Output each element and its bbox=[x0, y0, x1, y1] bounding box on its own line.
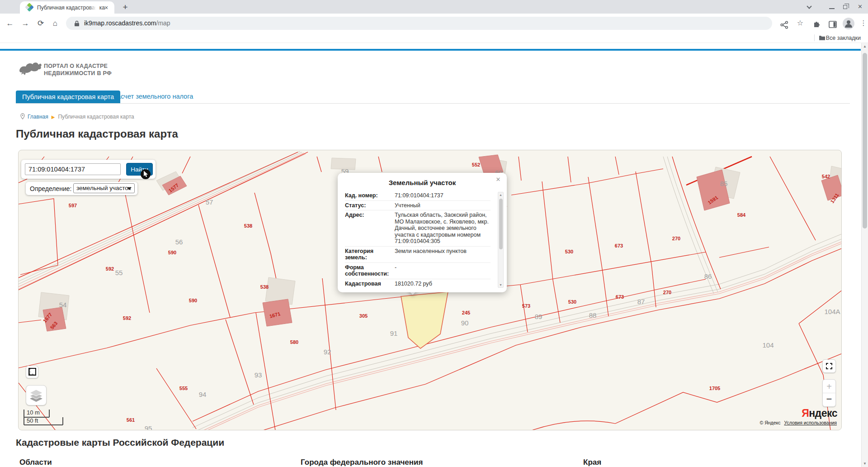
site-top-accent-bar bbox=[0, 49, 861, 51]
popup-close-icon[interactable]: ✕ bbox=[495, 176, 502, 183]
address-bar[interactable]: ik9map.roscadastres.com/map bbox=[66, 17, 772, 30]
new-tab-button[interactable]: + bbox=[120, 2, 131, 12]
back-button[interactable]: ← bbox=[4, 17, 16, 30]
house-number-label: 85 bbox=[720, 180, 728, 187]
popup-scroll-down-icon[interactable]: ▼ bbox=[498, 283, 503, 286]
home-button[interactable]: ⌂ bbox=[49, 17, 61, 30]
popup-row: Категория земель:Земли населенных пункто… bbox=[345, 247, 491, 263]
browser-tab[interactable]: Публичная кадастровая ка ✕ bbox=[20, 1, 114, 14]
browser-menu-kebab-icon[interactable]: ⋮ bbox=[857, 17, 868, 30]
popup-row: Кадастровая стоимость:181020.72 руб bbox=[345, 279, 491, 289]
scrollbar-down-icon[interactable]: ▼ bbox=[862, 460, 868, 467]
popup-scroll-up-icon[interactable]: ▲ bbox=[498, 193, 503, 196]
popup-scroll-thumb[interactable] bbox=[499, 199, 503, 249]
measure-ruler-button[interactable] bbox=[26, 366, 38, 378]
breadcrumb: Главная▶Публичная кадастровая карта bbox=[20, 113, 134, 120]
chevron-down-icon bbox=[127, 187, 132, 190]
map-viewport[interactable]: 5971577538590592538590592167158030555556… bbox=[18, 150, 842, 430]
parcel-number-label: 590 bbox=[189, 298, 197, 303]
parcel-number-label: 270 bbox=[672, 236, 680, 241]
forward-button[interactable]: → bbox=[19, 17, 32, 30]
scrollbar-thumb[interactable] bbox=[863, 53, 867, 229]
search-input[interactable] bbox=[25, 163, 121, 175]
map-attribution: © ЯндексУсловия использования bbox=[760, 420, 837, 425]
parcel-number-label: 673 bbox=[615, 243, 623, 248]
tab-public-cadastral-map[interactable]: Публичная кадастровая карта bbox=[16, 91, 120, 103]
parcel-number-label: 597 bbox=[69, 203, 77, 208]
terms-of-use-link[interactable]: Условия использования bbox=[784, 420, 837, 425]
portal-logo-text: ПОРТАЛ О КАДАСТРЕ НЕДВИЖИМОСТИ В РФ bbox=[44, 62, 112, 77]
breadcrumb-home-link[interactable]: Главная bbox=[28, 114, 48, 120]
house-number-label: 104A bbox=[824, 308, 840, 315]
bookmarks-folder-icon bbox=[819, 35, 826, 41]
window-close-button[interactable]: ✕ bbox=[858, 4, 864, 10]
house-number-label: 92 bbox=[324, 348, 331, 356]
bookmarks-separator bbox=[814, 34, 815, 41]
parcel-number-label: 561 bbox=[127, 417, 135, 423]
filter-label: Определение: bbox=[30, 185, 71, 192]
house-number-label: 90 bbox=[461, 319, 469, 327]
house-number-label: 55 bbox=[115, 269, 123, 276]
popup-row-label: Категория земель: bbox=[345, 248, 391, 261]
zoom-in-button[interactable]: + bbox=[823, 380, 835, 393]
footer-column-heading: Города федерального значения bbox=[301, 458, 423, 467]
parcel-number-label: 1705 bbox=[709, 386, 720, 391]
site-favicon-icon bbox=[25, 3, 34, 12]
house-number-label: 93 bbox=[255, 371, 262, 379]
house-number-label: 91 bbox=[390, 329, 398, 337]
parcel-number-label: 590 bbox=[168, 250, 176, 255]
popup-row-label: Форма собственности: bbox=[345, 264, 391, 277]
extensions-icon[interactable] bbox=[813, 20, 821, 29]
layers-icon bbox=[26, 386, 46, 405]
parcel-number-label: 573 bbox=[522, 303, 530, 309]
popup-scrollbar[interactable]: ▲ ▼ bbox=[498, 192, 504, 288]
bookmarks-bar: Все закладки bbox=[0, 33, 868, 43]
parcel-number-label: 555 bbox=[179, 386, 188, 391]
breadcrumb-arrow-icon: ▶ bbox=[52, 114, 55, 119]
filter-select[interactable]: земельный участок bbox=[73, 183, 135, 193]
bookmark-star-icon[interactable]: ☆ bbox=[794, 17, 807, 30]
footer-heading: Кадастровые карты Российской Федерации bbox=[16, 437, 224, 448]
house-number-label: 104 bbox=[762, 341, 774, 349]
selected-parcel[interactable] bbox=[401, 292, 448, 348]
page-scrollbar[interactable]: ▲ ▼ bbox=[861, 43, 868, 467]
popup-row-value: - bbox=[391, 264, 491, 277]
window-menu-chevron-icon[interactable] bbox=[806, 4, 812, 10]
yandex-logo: Яндекс bbox=[802, 407, 837, 419]
popup-row-value: Тульская область, Заокский район, МО Мал… bbox=[391, 212, 491, 245]
layers-button[interactable] bbox=[26, 385, 47, 405]
reload-button[interactable]: ⟳ bbox=[34, 17, 47, 30]
location-pin-icon bbox=[20, 113, 25, 119]
yandex-copyright: © Яндекс bbox=[760, 420, 780, 425]
parcel-number-label: 270 bbox=[663, 290, 671, 295]
parcel-number-label: 530 bbox=[568, 299, 576, 305]
popup-row-label: Кадастровая стоимость: bbox=[345, 281, 391, 289]
share-icon[interactable] bbox=[780, 21, 788, 29]
popup-title: Земельный участок bbox=[338, 179, 507, 186]
popup-row-value: 181020.72 руб bbox=[391, 281, 491, 289]
object-type-filter: Определение: земельный участок bbox=[26, 182, 137, 195]
popup-row: Статус:Учтенный bbox=[345, 201, 491, 211]
side-panel-icon[interactable] bbox=[829, 20, 837, 29]
profile-avatar[interactable] bbox=[843, 18, 854, 29]
popup-row: Форма собственности:- bbox=[345, 263, 491, 279]
popup-attributes: Кад. номер:71:09:010404:1737Статус:Учтен… bbox=[345, 191, 491, 289]
popup-row: Адрес:Тульская область, Заокский район, … bbox=[345, 210, 491, 247]
parcel-number-label: 592 bbox=[106, 266, 114, 272]
tab-land-tax-calc[interactable]: Расчет земельного налога bbox=[113, 93, 193, 100]
scrollbar-up-icon[interactable]: ▲ bbox=[862, 43, 868, 50]
fullscreen-button[interactable] bbox=[822, 359, 836, 373]
popup-row-value: Учтенный bbox=[391, 202, 491, 209]
breadcrumb-current: Публичная кадастровая карта bbox=[58, 114, 134, 120]
tab-close-icon[interactable]: ✕ bbox=[103, 4, 110, 11]
all-bookmarks-button[interactable]: Все закладки bbox=[826, 35, 861, 41]
lock-icon bbox=[74, 20, 80, 27]
main-road bbox=[193, 233, 842, 430]
cadastral-search-widget: Найти bbox=[21, 160, 156, 179]
window-restore-button[interactable] bbox=[843, 4, 849, 10]
window-minimize-button[interactable] bbox=[829, 4, 835, 10]
parcel-number-label: 538 bbox=[260, 284, 269, 290]
footer-column-heading: Области bbox=[19, 458, 52, 467]
page-title: Публичная кадастровая карта bbox=[16, 128, 178, 140]
zoom-out-button[interactable]: − bbox=[823, 393, 835, 406]
